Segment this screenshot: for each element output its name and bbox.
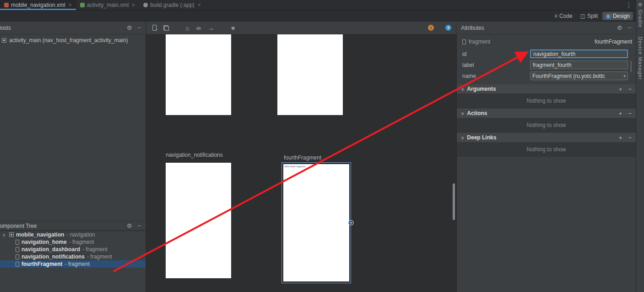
id-input[interactable] — [530, 50, 628, 58]
gear-icon[interactable]: ⚙ — [127, 24, 132, 31]
tree-item-label: fourthFragment — [22, 261, 62, 267]
split-view-button[interactable]: ◫ Split — [577, 12, 601, 20]
actions-section-header[interactable]: ∨ Actions + − — [457, 108, 636, 118]
tree-item-label: navigation_home — [22, 239, 67, 245]
close-tab-icon[interactable]: × — [198, 2, 201, 8]
tree-item-label: navigation_dashboard — [22, 246, 80, 253]
tab-label: mobile_navigation.xml — [11, 2, 65, 8]
design-view-button[interactable]: ▣ Design — [602, 12, 633, 20]
chevron-down-icon[interactable]: ∨ — [2, 232, 7, 237]
tab-build-gradle[interactable]: build.gradle (:app) × — [139, 0, 205, 10]
name-field-label: name — [462, 73, 476, 79]
remove-action-icon[interactable]: − — [628, 110, 632, 117]
host-item-label: activity_main (nav_host_fragment_activit… — [9, 37, 128, 44]
attributes-panel-title: Attributes — [461, 25, 484, 31]
close-tab-icon[interactable]: × — [69, 2, 72, 8]
minimize-icon[interactable]: − — [137, 222, 141, 229]
add-action-icon[interactable]: + — [619, 110, 622, 117]
canvas-scrollbar[interactable] — [453, 183, 455, 220]
device-manager-tool-button[interactable]: Device Manager — [638, 37, 643, 80]
fragment-preview-home[interactable] — [166, 34, 231, 115]
add-argument-icon[interactable]: + — [619, 86, 622, 93]
xml-file-icon — [4, 3, 9, 7]
editor-tab-bar: mobile_navigation.xml × activity_main.xm… — [0, 0, 636, 11]
label-field-label: label — [462, 62, 474, 68]
chevron-down-icon: ∨ — [461, 87, 464, 92]
right-tool-strip: ⚙ Gradle Device Manager — [636, 0, 644, 292]
deep-links-section-header[interactable]: ∨ Deep Links + − — [457, 132, 636, 142]
remove-deep-link-icon[interactable]: − — [628, 134, 632, 141]
id-field-label: id — [462, 51, 466, 57]
component-tree-header: Component Tree ⚙ − — [0, 221, 146, 231]
tree-item-navigation-notifications[interactable]: navigation_notifications - fragment — [0, 253, 146, 260]
gradle-file-icon — [143, 3, 148, 7]
fragment-icon — [16, 247, 19, 252]
name-dropdown[interactable]: FourthFragment (ru.yotc.bottc ▾ — [530, 72, 628, 80]
gear-icon[interactable]: ⚙ — [127, 222, 132, 229]
tree-item-type: - fragment — [87, 253, 112, 260]
minimize-icon[interactable]: − — [137, 24, 141, 31]
arrow-action-icon[interactable]: → — [207, 24, 214, 32]
arguments-empty-text: Nothing to show — [457, 94, 636, 108]
new-destination-icon[interactable]: + — [152, 25, 157, 31]
design-icon: ▣ — [606, 13, 611, 19]
kebab-menu-icon[interactable]: ⋮ — [626, 1, 632, 9]
tree-item-navigation-dashboard[interactable]: navigation_dashboard - fragment — [0, 246, 146, 253]
duplicate-icon[interactable] — [163, 25, 169, 31]
chevron-down-icon: ▾ — [623, 74, 626, 78]
tree-item-label: navigation_notifications — [22, 253, 85, 260]
tree-item-fourth-fragment[interactable]: fourthFragment - fragment — [0, 260, 146, 268]
xml-file-icon — [80, 3, 85, 7]
android-studio-window: mobile_navigation.xml × activity_main.xm… — [0, 0, 644, 292]
action-handle[interactable] — [348, 220, 354, 226]
fragment-preview-fourth[interactable]: Hello blank fragment — [283, 164, 349, 281]
fragment-preview-dashboard[interactable] — [277, 34, 343, 115]
design-canvas[interactable]: navigation_notifications fourthFragment … — [146, 34, 456, 292]
design-view-label: Design — [613, 13, 630, 19]
fragment-icon — [16, 262, 19, 267]
code-view-label: Code — [559, 13, 573, 19]
fragment-label-notifications[interactable]: navigation_notifications — [166, 152, 223, 158]
fragment-preview-fourth-selected[interactable]: Hello blank fragment — [281, 162, 351, 283]
label-input[interactable] — [530, 61, 628, 69]
tab-label: activity_main.xml — [87, 2, 129, 8]
tree-item-navigation-home[interactable]: navigation_home - fragment — [0, 238, 146, 246]
hosts-panel: activity_main (nav_host_fragment_activit… — [0, 34, 146, 221]
editor-mode-toolbar: ≡ Code ◫ Split ▣ Design — [0, 11, 636, 22]
tree-item-mobile-navigation[interactable]: ∨ mobile_navigation - navigation — [0, 231, 146, 238]
tab-mobile-navigation-xml[interactable]: mobile_navigation.xml × — [0, 0, 76, 10]
fragment-preview-notifications[interactable] — [166, 163, 231, 278]
code-view-button[interactable]: ≡ Code — [551, 12, 576, 20]
home-destination-icon[interactable]: ⌂ — [185, 24, 189, 32]
section-title: Actions — [467, 110, 487, 116]
auto-arrange-icon[interactable]: ∗ — [230, 24, 236, 32]
minimize-icon[interactable]: − — [628, 24, 631, 31]
link-action-icon[interactable]: ∞ — [196, 24, 200, 32]
help-badge-icon[interactable]: ? — [445, 25, 451, 31]
component-type: fragment — [469, 39, 490, 45]
warning-badge-icon[interactable]: ! — [428, 25, 434, 31]
close-tab-icon[interactable]: × — [132, 2, 135, 8]
gear-icon[interactable]: ⚙ — [617, 24, 622, 31]
tool-strip-gear-icon[interactable]: ⚙ — [638, 1, 643, 8]
tree-item-type: - fragment — [65, 261, 90, 267]
nav-graph-icon — [2, 38, 6, 43]
attributes-scrollbar[interactable] — [630, 61, 632, 72]
component-name: fourthFragment — [595, 39, 632, 45]
hosts-panel-title: Hosts — [0, 25, 11, 31]
section-title: Deep Links — [467, 134, 496, 141]
component-tree-title: Component Tree — [0, 223, 37, 229]
attributes-panel: fragment fourthFragment id label name Fo… — [456, 34, 636, 292]
arguments-section-header[interactable]: ∨ Arguments + − — [457, 84, 636, 94]
gradle-tool-button[interactable]: Gradle — [638, 10, 643, 28]
hosts-panel-header: Hosts ⚙ − — [0, 22, 146, 34]
tab-activity-main-xml[interactable]: activity_main.xml × — [76, 0, 139, 10]
tree-item-label: mobile_navigation — [16, 231, 64, 238]
fragment-label-fourth[interactable]: fourthFragment — [284, 154, 321, 161]
deep-links-empty-text: Nothing to show — [457, 142, 636, 157]
remove-argument-icon[interactable]: − — [628, 86, 632, 93]
name-dropdown-value: FourthFragment (ru.yotc.bottc — [532, 73, 605, 79]
add-deep-link-icon[interactable]: + — [619, 134, 622, 141]
fragment-preview-text: Hello blank fragment — [284, 165, 349, 168]
host-item-activity-main[interactable]: activity_main (nav_host_fragment_activit… — [0, 34, 146, 44]
